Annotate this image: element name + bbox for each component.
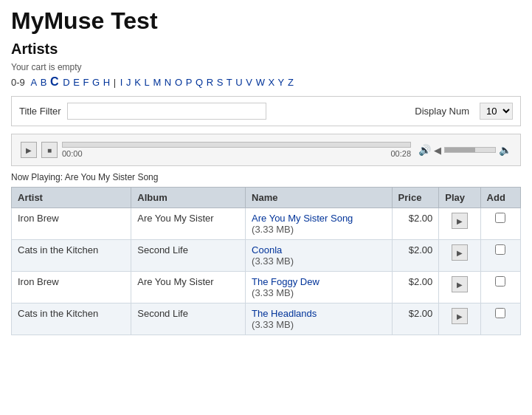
col-name: Name	[246, 188, 393, 208]
song-link[interactable]: The Headlands	[252, 308, 317, 319]
cell-name: The Foggy Dew (3.33 MB)	[246, 272, 393, 303]
cell-play: ▶	[439, 272, 480, 303]
table-row: Iron Brew Are You My Sister The Foggy De…	[12, 272, 521, 303]
speaker-icon[interactable]: 🔈	[499, 144, 511, 156]
col-album: Album	[131, 188, 246, 208]
alpha-c-active[interactable]: C	[50, 75, 59, 88]
alpha-x[interactable]: X	[269, 77, 275, 88]
alpha-u[interactable]: U	[235, 77, 242, 88]
alpha-j[interactable]: J	[126, 77, 131, 88]
track-table: Artist Album Name Price Play Add Iron Br…	[11, 187, 521, 335]
alpha-p[interactable]: P	[186, 77, 193, 88]
alpha-e[interactable]: E	[73, 77, 80, 88]
title-filter-input[interactable]	[67, 103, 266, 120]
alpha-v[interactable]: V	[246, 77, 252, 88]
alpha-h[interactable]: H	[103, 77, 110, 88]
cell-add	[480, 240, 520, 272]
cell-artist: Iron Brew	[12, 272, 131, 303]
cell-album: Are You My Sister	[131, 208, 246, 240]
alpha-m[interactable]: M	[153, 77, 161, 88]
add-checkbox[interactable]	[495, 213, 505, 223]
title-filter-label: Title Filter	[19, 106, 61, 117]
alpha-q[interactable]: Q	[196, 77, 203, 88]
progress-track[interactable]	[62, 142, 411, 148]
table-row: Cats in the Kitchen Second Life The Head…	[12, 303, 521, 335]
alpha-a[interactable]: A	[30, 77, 37, 88]
alpha-b[interactable]: B	[41, 77, 47, 88]
row-play-button[interactable]: ▶	[452, 244, 468, 261]
player-bar: ▶ ■ 00:00 00:28 🔊 ◀ 🔈	[11, 134, 521, 166]
stop-button[interactable]: ■	[41, 142, 58, 158]
alpha-w[interactable]: W	[256, 77, 265, 88]
song-link[interactable]: Coonla	[252, 244, 282, 255]
alpha-n[interactable]: N	[165, 77, 171, 88]
row-play-button[interactable]: ▶	[452, 308, 468, 324]
cell-price: $2.00	[392, 240, 439, 272]
alpha-prefix[interactable]: 0-9	[11, 77, 25, 88]
alpha-y[interactable]: Y	[278, 77, 285, 88]
cell-add	[480, 208, 520, 240]
song-size: (3.33 MB)	[252, 255, 294, 267]
page-title: MyMuse Test	[11, 7, 521, 35]
alpha-f[interactable]: F	[83, 77, 89, 88]
filter-bar: Title Filter Display Num 5 10 15 20 25	[11, 96, 521, 126]
alpha-l[interactable]: L	[145, 77, 150, 88]
col-add: Add	[480, 188, 520, 208]
song-size: (3.33 MB)	[252, 287, 294, 298]
time-labels: 00:00 00:28	[62, 149, 411, 158]
cell-price: $2.00	[392, 208, 439, 240]
row-play-button[interactable]: ▶	[452, 213, 468, 229]
table-header-row: Artist Album Name Price Play Add	[12, 188, 521, 208]
cell-name: Are You My Sister Song (3.33 MB)	[246, 208, 393, 240]
alpha-i[interactable]: I	[120, 77, 123, 88]
time-current: 00:00	[62, 149, 83, 158]
alpha-t[interactable]: T	[227, 77, 232, 88]
cell-name: Coonla (3.33 MB)	[246, 240, 393, 272]
alpha-d[interactable]: D	[63, 77, 69, 88]
cell-artist: Cats in the Kitchen	[12, 240, 131, 272]
add-checkbox[interactable]	[495, 244, 505, 255]
cell-album: Second Life	[131, 303, 246, 335]
cell-play: ▶	[439, 303, 480, 335]
display-num-select[interactable]: 5 10 15 20 25	[480, 103, 513, 120]
alpha-separator: |	[114, 77, 119, 88]
volume-track[interactable]	[444, 147, 496, 153]
col-price: Price	[392, 188, 439, 208]
table-row: Iron Brew Are You My Sister Are You My S…	[12, 208, 521, 240]
display-num-area: Display Num 5 10 15 20 25	[415, 103, 513, 120]
song-size: (3.33 MB)	[252, 319, 294, 330]
volume-fill	[445, 148, 475, 152]
alpha-s[interactable]: S	[217, 77, 224, 88]
mute-icon[interactable]: 🔊	[418, 144, 431, 156]
play-button[interactable]: ▶	[21, 142, 37, 158]
row-play-button[interactable]: ▶	[452, 276, 468, 292]
alpha-z[interactable]: Z	[288, 77, 294, 88]
alpha-o[interactable]: O	[175, 77, 182, 88]
player-controls: ▶ ■ 00:00 00:28 🔊 ◀ 🔈	[21, 142, 511, 158]
add-checkbox[interactable]	[495, 308, 505, 318]
progress-container: 00:00 00:28	[62, 142, 411, 158]
table-row: Cats in the Kitchen Second Life Coonla (…	[12, 240, 521, 272]
song-link[interactable]: Are You My Sister Song	[252, 213, 353, 224]
cell-artist: Cats in the Kitchen	[12, 303, 131, 335]
cell-add	[480, 303, 520, 335]
cell-album: Are You My Sister	[131, 272, 246, 303]
alpha-g[interactable]: G	[92, 77, 100, 88]
song-size: (3.33 MB)	[252, 224, 294, 235]
cell-play: ▶	[439, 208, 480, 240]
cell-price: $2.00	[392, 272, 439, 303]
alpha-r[interactable]: R	[207, 77, 213, 88]
alpha-nav: 0-9 A B C D E F G H | I J K L M N O P Q …	[11, 75, 521, 89]
section-title: Artists	[11, 41, 521, 58]
cell-price: $2.00	[392, 303, 439, 335]
cell-artist: Iron Brew	[12, 208, 131, 240]
col-artist: Artist	[12, 188, 131, 208]
cart-status: Your cart is empty	[11, 62, 521, 72]
song-link[interactable]: The Foggy Dew	[252, 276, 319, 287]
alpha-k[interactable]: K	[134, 77, 141, 88]
add-checkbox[interactable]	[495, 276, 505, 287]
cell-album: Second Life	[131, 240, 246, 272]
cell-name: The Headlands (3.33 MB)	[246, 303, 393, 335]
left-arrow-icon[interactable]: ◀	[434, 145, 441, 156]
time-total: 00:28	[390, 149, 411, 158]
